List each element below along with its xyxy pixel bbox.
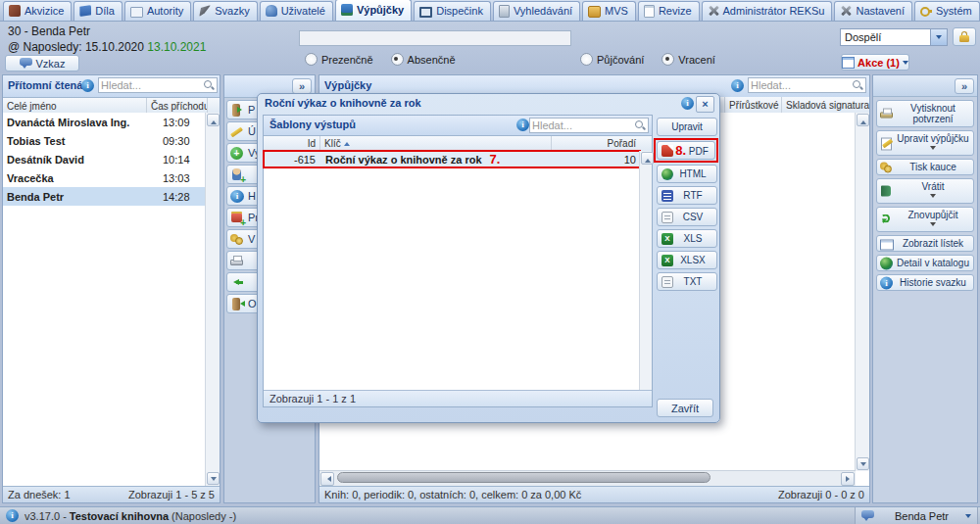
tab-svazky[interactable]: Svazky (193, 1, 257, 21)
tab-mvs[interactable]: MVS (582, 1, 636, 21)
tab-uzivatele[interactable]: Uživatelé (260, 1, 333, 21)
scroll-down-icon[interactable] (857, 457, 869, 470)
actions-header (873, 75, 977, 97)
search-icon[interactable] (852, 79, 863, 91)
chevron-down-icon (936, 35, 942, 42)
column-spacer (208, 98, 220, 114)
tab-dispecink[interactable]: Dispečink (414, 1, 491, 21)
globe-icon (880, 257, 893, 269)
scrollbar-thumb[interactable] (337, 472, 710, 483)
scroll-down-icon[interactable] (207, 472, 220, 485)
collapse-right-icon[interactable] (955, 78, 974, 94)
template-row[interactable]: -615 Roční výkaz o knihovně za rok7. 10 (264, 151, 640, 167)
tab-revize[interactable]: Revize (638, 1, 700, 21)
templates-search-input[interactable] (530, 119, 634, 131)
templates-searchbox (529, 118, 649, 133)
templates-table-body: -615 Roční výkaz o knihovně za rok7. 10 (264, 151, 652, 391)
close-button[interactable]: Zavřít (657, 399, 713, 417)
column-header-signature[interactable]: Skladová signatura (782, 97, 869, 113)
info-icon[interactable] (681, 97, 694, 110)
search-icon[interactable] (203, 79, 215, 91)
close-icon[interactable] (696, 96, 714, 113)
tab-dila[interactable]: Díla (74, 1, 122, 21)
scroll-up-icon[interactable] (641, 152, 654, 165)
works-icon (79, 5, 91, 17)
pdf-button[interactable]: 8. PDF (657, 141, 715, 160)
readers-search-input[interactable] (99, 79, 203, 91)
category-select[interactable]: Dospělí (840, 28, 948, 46)
tab-label: Dispečink (436, 5, 483, 17)
txt-button[interactable]: TXT (657, 272, 717, 291)
tab-autority[interactable]: Autority (124, 1, 191, 21)
loan-mode-radios: Prezenčně Absenčně (305, 53, 456, 66)
radio-prezencne[interactable] (305, 53, 318, 66)
tab-nastaveni[interactable]: Nastavení (834, 1, 912, 21)
scroll-left-icon[interactable] (320, 472, 334, 486)
tab-label: Výpůjčky (357, 4, 404, 16)
scroll-up-icon[interactable] (857, 114, 869, 126)
button-label: Vrátit (922, 181, 945, 192)
info-icon[interactable] (6, 509, 19, 522)
scroll-up-icon[interactable] (207, 114, 220, 126)
radio-vraceni[interactable] (662, 53, 674, 66)
reader-name: Tobias Test (3, 135, 163, 147)
lock-button[interactable] (953, 27, 976, 46)
rtf-button[interactable]: RTF (657, 186, 717, 205)
table-row-selected[interactable]: Benda Petr14:28 (3, 187, 220, 206)
upravit-button[interactable]: Upravit (657, 118, 717, 136)
column-header-key[interactable]: Klíč (319, 136, 552, 151)
table-row[interactable]: Tobias Test09:30 (3, 131, 220, 150)
xls-button[interactable]: XLS (657, 229, 717, 248)
tab-administrator-reksu[interactable]: Administrátor REKSu (702, 1, 833, 21)
scroll-right-icon[interactable] (841, 472, 855, 486)
volume-history-button[interactable]: Historie svazku (876, 274, 974, 291)
show-slip-button[interactable]: Zobrazit lístek (876, 235, 974, 252)
column-header-time[interactable]: Čas příchodu (147, 98, 208, 114)
column-header-order[interactable]: Pořadí (552, 136, 640, 151)
catalog-detail-button[interactable]: Detail v katalogu (876, 255, 974, 271)
column-header-accession[interactable]: Přírůstkové číslo (725, 97, 782, 113)
radio-label: Prezenčně (321, 54, 373, 66)
vertical-scrollbar[interactable] (639, 151, 652, 391)
rtf-doc-icon (662, 190, 673, 202)
version-number: v3.17.0 - (24, 510, 67, 522)
html-button[interactable]: HTML (657, 165, 717, 183)
dialog-titlebar[interactable]: Roční výkaz o knihovně za rok (258, 94, 719, 113)
return-button[interactable]: Vrátit (876, 178, 974, 204)
barcode-input[interactable] (299, 30, 571, 46)
column-header-name[interactable]: Celé jméno (3, 98, 147, 114)
table-row[interactable]: Dvanáctá Miroslava Ing.13:09 (3, 113, 220, 131)
loans-search-input[interactable] (749, 79, 852, 91)
info-icon[interactable] (516, 119, 529, 131)
arrow-left-icon (230, 276, 244, 289)
status-bar: v3.17.0 -Testovací knihovna(Naposledy -)… (0, 506, 980, 524)
vertical-scrollbar[interactable] (205, 113, 220, 486)
renew-button[interactable]: Znovupůjčit (876, 207, 974, 232)
message-button[interactable]: Vzkaz (5, 55, 79, 71)
print-deposit-button[interactable]: Tisk kauce (876, 159, 974, 175)
info-icon[interactable] (81, 79, 94, 92)
vertical-scrollbar[interactable] (855, 113, 869, 471)
edit-loan-button[interactable]: Upravit výpůjčku (876, 130, 974, 156)
loans-searchbox (748, 77, 866, 93)
collapse-right-icon[interactable] (292, 78, 312, 94)
tab-vyhledavani[interactable]: Vyhledávání (493, 1, 580, 21)
pdf-label: PDF (689, 146, 709, 157)
current-user-button[interactable]: Benda Petr (855, 507, 978, 524)
column-header-id[interactable]: Id (264, 136, 319, 151)
akce-button[interactable]: Akce (1) (841, 54, 909, 71)
tab-akvizice[interactable]: Akvizice (3, 1, 72, 21)
search-icon[interactable] (634, 119, 646, 131)
chevron-down-icon (930, 194, 936, 201)
print-confirmation-button[interactable]: Vytisknout potvrzení (876, 100, 974, 127)
tab-system[interactable]: Systém (914, 1, 980, 21)
radio-absencne[interactable] (391, 53, 404, 66)
horizontal-scrollbar[interactable] (319, 470, 856, 486)
radio-pujcovani[interactable] (580, 53, 593, 66)
info-icon[interactable] (731, 79, 744, 92)
table-row[interactable]: Desátník David10:14 (3, 150, 220, 168)
xlsx-button[interactable]: XLSX (657, 251, 717, 269)
csv-button[interactable]: CSV (657, 208, 717, 226)
table-row[interactable]: Vracečka13:03 (3, 168, 220, 187)
tab-vypujcky[interactable]: Výpůjčky (335, 0, 412, 21)
